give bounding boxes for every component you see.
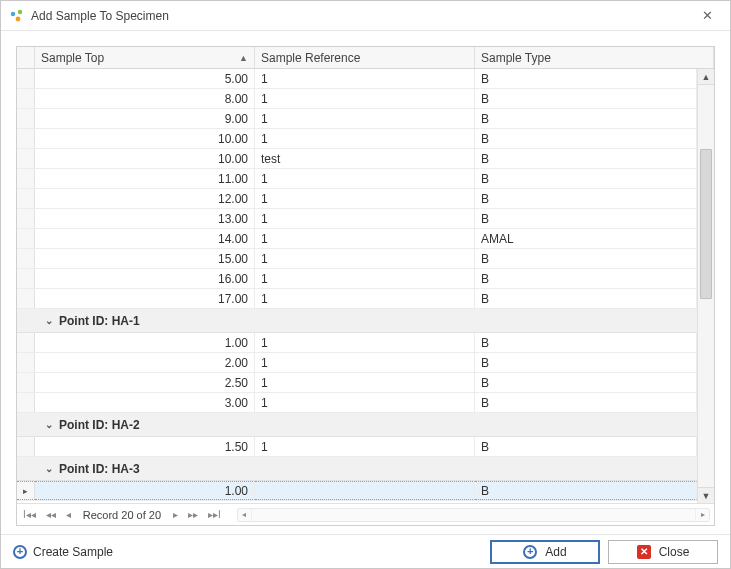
cell-sample-top[interactable]: 14.00 bbox=[35, 229, 255, 248]
cell-sample-type[interactable]: AMAL bbox=[475, 229, 697, 248]
nav-next-page-button[interactable]: ▸▸ bbox=[186, 509, 200, 520]
cell-sample-type[interactable]: B bbox=[475, 149, 697, 168]
content-area: Sample Top ▲ Sample Reference Sample Typ… bbox=[1, 31, 730, 534]
cell-sample-top[interactable]: 17.00 bbox=[35, 289, 255, 308]
table-row[interactable]: 2.501B bbox=[17, 373, 697, 393]
horizontal-scrollbar[interactable]: ◂ ▸ bbox=[237, 508, 710, 522]
group-header[interactable]: ⌄Point ID: HA-3 bbox=[17, 457, 697, 481]
cell-sample-reference[interactable]: 1 bbox=[255, 373, 475, 392]
table-row[interactable]: 1.001B bbox=[17, 333, 697, 353]
cell-sample-reference[interactable]: 1 bbox=[255, 333, 475, 352]
cell-sample-type[interactable]: B bbox=[475, 393, 697, 412]
cell-sample-top[interactable]: 11.00 bbox=[35, 169, 255, 188]
table-row[interactable]: 12.001B bbox=[17, 189, 697, 209]
cell-sample-type[interactable]: B bbox=[475, 89, 697, 108]
cell-sample-top[interactable]: 9.00 bbox=[35, 109, 255, 128]
cell-sample-reference[interactable]: test bbox=[255, 149, 475, 168]
cell-sample-top[interactable]: 2.50 bbox=[35, 373, 255, 392]
column-sample-type[interactable]: Sample Type bbox=[475, 47, 714, 68]
cell-sample-type[interactable]: B bbox=[475, 373, 697, 392]
table-row[interactable]: 2.001B bbox=[17, 353, 697, 373]
nav-prev-button[interactable]: ◂ bbox=[64, 509, 73, 520]
cell-sample-top[interactable]: 1.50 bbox=[35, 437, 255, 456]
nav-next-button[interactable]: ▸ bbox=[171, 509, 180, 520]
hscroll-left-icon[interactable]: ◂ bbox=[238, 509, 252, 521]
row-gutter bbox=[17, 229, 35, 248]
cell-sample-top[interactable]: 1.00 bbox=[35, 481, 255, 500]
cell-sample-reference[interactable]: 1 bbox=[255, 269, 475, 288]
table-row[interactable]: 10.00testB bbox=[17, 149, 697, 169]
cell-sample-reference[interactable]: 1 bbox=[255, 289, 475, 308]
table-row[interactable]: 14.001AMAL bbox=[17, 229, 697, 249]
cell-sample-reference[interactable]: 1 bbox=[255, 189, 475, 208]
cell-sample-top[interactable]: 3.00 bbox=[35, 393, 255, 412]
cell-sample-top[interactable]: 2.00 bbox=[35, 353, 255, 372]
group-header[interactable]: ⌄Point ID: HA-1 bbox=[17, 309, 697, 333]
cell-sample-type[interactable]: B bbox=[475, 333, 697, 352]
cell-sample-reference[interactable] bbox=[255, 481, 475, 500]
cell-sample-reference[interactable]: 1 bbox=[255, 129, 475, 148]
cell-sample-reference[interactable]: 1 bbox=[255, 393, 475, 412]
cell-sample-reference[interactable]: 1 bbox=[255, 89, 475, 108]
add-button[interactable]: + Add bbox=[490, 540, 600, 564]
cell-sample-top[interactable]: 12.00 bbox=[35, 189, 255, 208]
close-button[interactable]: ✕ Close bbox=[608, 540, 718, 564]
table-row[interactable]: 13.001B bbox=[17, 209, 697, 229]
table-row[interactable]: 15.001B bbox=[17, 249, 697, 269]
nav-prev-page-button[interactable]: ◂◂ bbox=[44, 509, 58, 520]
cell-sample-type[interactable]: B bbox=[475, 481, 697, 500]
table-row[interactable]: 8.001B bbox=[17, 89, 697, 109]
cell-sample-top[interactable]: 1.00 bbox=[35, 333, 255, 352]
vertical-scrollbar[interactable]: ▲ ▼ bbox=[697, 69, 714, 503]
cell-sample-type[interactable]: B bbox=[475, 249, 697, 268]
create-sample-button[interactable]: + Create Sample bbox=[13, 545, 113, 559]
cell-sample-reference[interactable]: 1 bbox=[255, 169, 475, 188]
scroll-up-icon[interactable]: ▲ bbox=[698, 69, 714, 85]
cell-sample-reference[interactable]: 1 bbox=[255, 109, 475, 128]
row-gutter bbox=[17, 269, 35, 288]
window-close-button[interactable]: ✕ bbox=[692, 8, 722, 23]
cell-sample-type[interactable]: B bbox=[475, 353, 697, 372]
cell-sample-top[interactable]: 10.00 bbox=[35, 129, 255, 148]
cell-sample-top[interactable]: 8.00 bbox=[35, 89, 255, 108]
column-sample-top[interactable]: Sample Top ▲ bbox=[35, 47, 255, 68]
cell-sample-type[interactable]: B bbox=[475, 69, 697, 88]
nav-first-button[interactable]: I◂◂ bbox=[21, 509, 38, 520]
cell-sample-top[interactable]: 13.00 bbox=[35, 209, 255, 228]
table-row[interactable]: 17.001B bbox=[17, 289, 697, 309]
data-grid: Sample Top ▲ Sample Reference Sample Typ… bbox=[16, 46, 715, 526]
cell-sample-reference[interactable]: 1 bbox=[255, 249, 475, 268]
cell-sample-type[interactable]: B bbox=[475, 289, 697, 308]
table-row[interactable]: 16.001B bbox=[17, 269, 697, 289]
group-header[interactable]: ⌄Point ID: HA-2 bbox=[17, 413, 697, 437]
nav-last-button[interactable]: ▸▸I bbox=[206, 509, 223, 520]
cell-sample-top[interactable]: 16.00 bbox=[35, 269, 255, 288]
cell-sample-type[interactable]: B bbox=[475, 169, 697, 188]
cell-sample-top[interactable]: 15.00 bbox=[35, 249, 255, 268]
cell-sample-type[interactable]: B bbox=[475, 209, 697, 228]
cell-sample-type[interactable]: B bbox=[475, 269, 697, 288]
table-row[interactable]: 1.00B bbox=[17, 481, 697, 501]
cell-sample-top[interactable]: 10.00 bbox=[35, 149, 255, 168]
table-row[interactable]: 9.001B bbox=[17, 109, 697, 129]
table-row[interactable]: 3.001B bbox=[17, 393, 697, 413]
table-row[interactable]: 11.001B bbox=[17, 169, 697, 189]
column-sample-reference[interactable]: Sample Reference bbox=[255, 47, 475, 68]
cell-sample-type[interactable]: B bbox=[475, 109, 697, 128]
cell-sample-reference[interactable]: 1 bbox=[255, 437, 475, 456]
scroll-down-icon[interactable]: ▼ bbox=[698, 487, 714, 503]
scroll-thumb[interactable] bbox=[700, 149, 712, 299]
cell-sample-top[interactable]: 5.00 bbox=[35, 69, 255, 88]
row-gutter bbox=[17, 393, 35, 412]
table-row[interactable]: 1.501B bbox=[17, 437, 697, 457]
cell-sample-reference[interactable]: 1 bbox=[255, 229, 475, 248]
hscroll-right-icon[interactable]: ▸ bbox=[695, 509, 709, 521]
table-row[interactable]: 5.001B bbox=[17, 69, 697, 89]
cell-sample-reference[interactable]: 1 bbox=[255, 69, 475, 88]
cell-sample-reference[interactable]: 1 bbox=[255, 353, 475, 372]
table-row[interactable]: 10.001B bbox=[17, 129, 697, 149]
cell-sample-type[interactable]: B bbox=[475, 189, 697, 208]
cell-sample-type[interactable]: B bbox=[475, 129, 697, 148]
cell-sample-reference[interactable]: 1 bbox=[255, 209, 475, 228]
cell-sample-type[interactable]: B bbox=[475, 437, 697, 456]
